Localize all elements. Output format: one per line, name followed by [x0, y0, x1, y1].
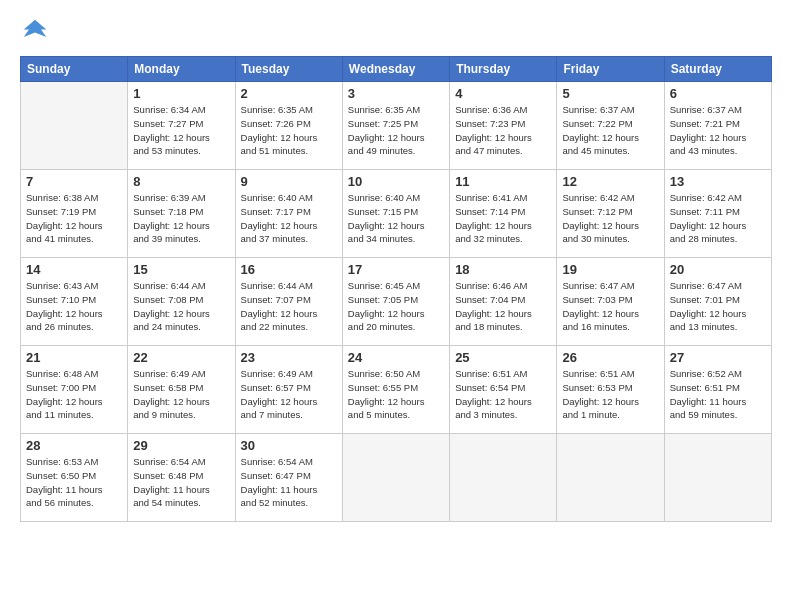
day-info: Sunrise: 6:54 AM Sunset: 6:48 PM Dayligh…: [133, 455, 229, 510]
day-number: 14: [26, 262, 122, 277]
calendar-header-cell: Monday: [128, 57, 235, 82]
calendar-header-cell: Friday: [557, 57, 664, 82]
day-info: Sunrise: 6:51 AM Sunset: 6:54 PM Dayligh…: [455, 367, 551, 422]
day-number: 17: [348, 262, 444, 277]
calendar-day-cell: 21Sunrise: 6:48 AM Sunset: 7:00 PM Dayli…: [21, 346, 128, 434]
day-number: 7: [26, 174, 122, 189]
day-number: 9: [241, 174, 337, 189]
day-number: 3: [348, 86, 444, 101]
svg-marker-0: [24, 20, 47, 37]
day-number: 28: [26, 438, 122, 453]
day-info: Sunrise: 6:37 AM Sunset: 7:21 PM Dayligh…: [670, 103, 766, 158]
day-number: 11: [455, 174, 551, 189]
logo-icon: [20, 16, 50, 46]
calendar-day-cell: 24Sunrise: 6:50 AM Sunset: 6:55 PM Dayli…: [342, 346, 449, 434]
calendar-day-cell: 11Sunrise: 6:41 AM Sunset: 7:14 PM Dayli…: [450, 170, 557, 258]
calendar-week-row: 1Sunrise: 6:34 AM Sunset: 7:27 PM Daylig…: [21, 82, 772, 170]
calendar-day-cell: 1Sunrise: 6:34 AM Sunset: 7:27 PM Daylig…: [128, 82, 235, 170]
day-number: 26: [562, 350, 658, 365]
day-info: Sunrise: 6:45 AM Sunset: 7:05 PM Dayligh…: [348, 279, 444, 334]
calendar-day-cell: 8Sunrise: 6:39 AM Sunset: 7:18 PM Daylig…: [128, 170, 235, 258]
day-info: Sunrise: 6:34 AM Sunset: 7:27 PM Dayligh…: [133, 103, 229, 158]
calendar-day-cell: 15Sunrise: 6:44 AM Sunset: 7:08 PM Dayli…: [128, 258, 235, 346]
calendar-day-cell: [664, 434, 771, 522]
calendar-day-cell: [450, 434, 557, 522]
day-info: Sunrise: 6:48 AM Sunset: 7:00 PM Dayligh…: [26, 367, 122, 422]
day-info: Sunrise: 6:44 AM Sunset: 7:07 PM Dayligh…: [241, 279, 337, 334]
calendar-day-cell: 14Sunrise: 6:43 AM Sunset: 7:10 PM Dayli…: [21, 258, 128, 346]
day-info: Sunrise: 6:42 AM Sunset: 7:11 PM Dayligh…: [670, 191, 766, 246]
day-info: Sunrise: 6:40 AM Sunset: 7:17 PM Dayligh…: [241, 191, 337, 246]
day-info: Sunrise: 6:52 AM Sunset: 6:51 PM Dayligh…: [670, 367, 766, 422]
day-info: Sunrise: 6:47 AM Sunset: 7:03 PM Dayligh…: [562, 279, 658, 334]
day-info: Sunrise: 6:36 AM Sunset: 7:23 PM Dayligh…: [455, 103, 551, 158]
day-info: Sunrise: 6:46 AM Sunset: 7:04 PM Dayligh…: [455, 279, 551, 334]
day-number: 24: [348, 350, 444, 365]
day-number: 18: [455, 262, 551, 277]
calendar-day-cell: 7Sunrise: 6:38 AM Sunset: 7:19 PM Daylig…: [21, 170, 128, 258]
day-info: Sunrise: 6:49 AM Sunset: 6:57 PM Dayligh…: [241, 367, 337, 422]
day-info: Sunrise: 6:49 AM Sunset: 6:58 PM Dayligh…: [133, 367, 229, 422]
calendar-day-cell: 26Sunrise: 6:51 AM Sunset: 6:53 PM Dayli…: [557, 346, 664, 434]
day-info: Sunrise: 6:42 AM Sunset: 7:12 PM Dayligh…: [562, 191, 658, 246]
calendar-header-cell: Sunday: [21, 57, 128, 82]
calendar-day-cell: 19Sunrise: 6:47 AM Sunset: 7:03 PM Dayli…: [557, 258, 664, 346]
calendar-day-cell: [342, 434, 449, 522]
calendar-day-cell: 5Sunrise: 6:37 AM Sunset: 7:22 PM Daylig…: [557, 82, 664, 170]
logo: [20, 16, 54, 46]
day-number: 13: [670, 174, 766, 189]
day-number: 22: [133, 350, 229, 365]
calendar-day-cell: 12Sunrise: 6:42 AM Sunset: 7:12 PM Dayli…: [557, 170, 664, 258]
day-info: Sunrise: 6:54 AM Sunset: 6:47 PM Dayligh…: [241, 455, 337, 510]
day-info: Sunrise: 6:50 AM Sunset: 6:55 PM Dayligh…: [348, 367, 444, 422]
calendar-day-cell: 13Sunrise: 6:42 AM Sunset: 7:11 PM Dayli…: [664, 170, 771, 258]
day-number: 1: [133, 86, 229, 101]
calendar-header-cell: Wednesday: [342, 57, 449, 82]
calendar-day-cell: 20Sunrise: 6:47 AM Sunset: 7:01 PM Dayli…: [664, 258, 771, 346]
day-info: Sunrise: 6:37 AM Sunset: 7:22 PM Dayligh…: [562, 103, 658, 158]
day-number: 25: [455, 350, 551, 365]
calendar-week-row: 14Sunrise: 6:43 AM Sunset: 7:10 PM Dayli…: [21, 258, 772, 346]
day-number: 29: [133, 438, 229, 453]
day-number: 12: [562, 174, 658, 189]
day-info: Sunrise: 6:47 AM Sunset: 7:01 PM Dayligh…: [670, 279, 766, 334]
day-info: Sunrise: 6:40 AM Sunset: 7:15 PM Dayligh…: [348, 191, 444, 246]
calendar-day-cell: 3Sunrise: 6:35 AM Sunset: 7:25 PM Daylig…: [342, 82, 449, 170]
calendar-header-row: SundayMondayTuesdayWednesdayThursdayFrid…: [21, 57, 772, 82]
calendar-body: 1Sunrise: 6:34 AM Sunset: 7:27 PM Daylig…: [21, 82, 772, 522]
day-info: Sunrise: 6:53 AM Sunset: 6:50 PM Dayligh…: [26, 455, 122, 510]
calendar-day-cell: [557, 434, 664, 522]
day-number: 8: [133, 174, 229, 189]
day-number: 4: [455, 86, 551, 101]
calendar-day-cell: 25Sunrise: 6:51 AM Sunset: 6:54 PM Dayli…: [450, 346, 557, 434]
day-number: 30: [241, 438, 337, 453]
calendar-day-cell: 4Sunrise: 6:36 AM Sunset: 7:23 PM Daylig…: [450, 82, 557, 170]
day-info: Sunrise: 6:51 AM Sunset: 6:53 PM Dayligh…: [562, 367, 658, 422]
day-info: Sunrise: 6:44 AM Sunset: 7:08 PM Dayligh…: [133, 279, 229, 334]
day-number: 10: [348, 174, 444, 189]
calendar-day-cell: 29Sunrise: 6:54 AM Sunset: 6:48 PM Dayli…: [128, 434, 235, 522]
calendar-day-cell: [21, 82, 128, 170]
calendar-week-row: 7Sunrise: 6:38 AM Sunset: 7:19 PM Daylig…: [21, 170, 772, 258]
calendar-header-cell: Saturday: [664, 57, 771, 82]
day-number: 19: [562, 262, 658, 277]
calendar-header-cell: Thursday: [450, 57, 557, 82]
calendar-day-cell: 9Sunrise: 6:40 AM Sunset: 7:17 PM Daylig…: [235, 170, 342, 258]
day-info: Sunrise: 6:41 AM Sunset: 7:14 PM Dayligh…: [455, 191, 551, 246]
calendar-table: SundayMondayTuesdayWednesdayThursdayFrid…: [20, 56, 772, 522]
day-number: 2: [241, 86, 337, 101]
calendar-header-cell: Tuesday: [235, 57, 342, 82]
day-info: Sunrise: 6:43 AM Sunset: 7:10 PM Dayligh…: [26, 279, 122, 334]
day-info: Sunrise: 6:38 AM Sunset: 7:19 PM Dayligh…: [26, 191, 122, 246]
calendar-day-cell: 30Sunrise: 6:54 AM Sunset: 6:47 PM Dayli…: [235, 434, 342, 522]
calendar-week-row: 28Sunrise: 6:53 AM Sunset: 6:50 PM Dayli…: [21, 434, 772, 522]
calendar-day-cell: 27Sunrise: 6:52 AM Sunset: 6:51 PM Dayli…: [664, 346, 771, 434]
day-number: 20: [670, 262, 766, 277]
day-info: Sunrise: 6:35 AM Sunset: 7:26 PM Dayligh…: [241, 103, 337, 158]
calendar-day-cell: 23Sunrise: 6:49 AM Sunset: 6:57 PM Dayli…: [235, 346, 342, 434]
calendar-day-cell: 17Sunrise: 6:45 AM Sunset: 7:05 PM Dayli…: [342, 258, 449, 346]
calendar-day-cell: 18Sunrise: 6:46 AM Sunset: 7:04 PM Dayli…: [450, 258, 557, 346]
calendar-day-cell: 28Sunrise: 6:53 AM Sunset: 6:50 PM Dayli…: [21, 434, 128, 522]
calendar-day-cell: 6Sunrise: 6:37 AM Sunset: 7:21 PM Daylig…: [664, 82, 771, 170]
day-number: 23: [241, 350, 337, 365]
